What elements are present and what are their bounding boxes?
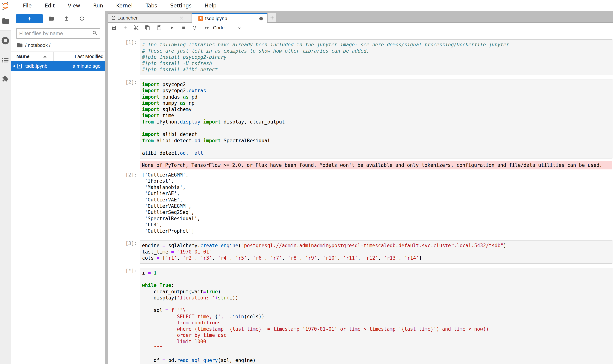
restart-kernel-button[interactable] bbox=[192, 25, 197, 30]
output-prompt: [2]: bbox=[108, 172, 140, 234]
code-line bbox=[142, 276, 610, 283]
menu-item-edit[interactable]: Edit bbox=[38, 0, 61, 11]
panel-splitter[interactable] bbox=[105, 11, 108, 364]
upload-button[interactable] bbox=[63, 15, 70, 22]
code-line: sql = f"""\ bbox=[142, 307, 610, 313]
code-line: """ bbox=[142, 345, 610, 351]
file-modified: a minute ago bbox=[73, 63, 105, 69]
sidebar-tab-area bbox=[0, 30, 11, 364]
output-text: ['OutlierAEGMM', 'IForest', 'Mahalanobis… bbox=[140, 172, 613, 234]
menu-item-help[interactable]: Help bbox=[198, 0, 223, 11]
header-name-column[interactable]: Name bbox=[11, 52, 54, 61]
code-line: SELECT time, {', '.join(cols)} bbox=[142, 313, 610, 320]
table-of-contents-icon bbox=[2, 58, 9, 63]
copy-button[interactable] bbox=[145, 25, 150, 30]
chevron-down-icon[interactable] bbox=[237, 26, 242, 30]
output-prompt-spacer bbox=[108, 161, 140, 169]
jupyter-logo-icon bbox=[0, 0, 16, 11]
code-line: import pandas as pd bbox=[142, 94, 610, 100]
cell-type-dropdown[interactable]: Code bbox=[213, 23, 224, 33]
code-line: df = pd.read_sql_query(sql, engine) bbox=[142, 357, 610, 364]
code-line: import psycopg2.extras bbox=[142, 88, 610, 94]
code-line: where (timestamp '{last_time}' = timesta… bbox=[142, 326, 610, 332]
code-line: import psycopg2 bbox=[142, 81, 610, 88]
code-line: import sqlalchemy bbox=[142, 106, 610, 113]
output-execute-result: [2]:['OutlierAEGMM', 'IForest', 'Mahalan… bbox=[108, 172, 613, 234]
code-line: #!pip install alibi-detect bbox=[142, 66, 610, 73]
close-icon[interactable] bbox=[179, 16, 184, 20]
menu-item-view[interactable]: View bbox=[61, 0, 87, 11]
sidebar-tab-toc[interactable] bbox=[2, 58, 9, 63]
code-line bbox=[142, 144, 610, 150]
new-folder-button[interactable] bbox=[48, 15, 54, 22]
code-line: # These are just left in as examples to … bbox=[142, 48, 610, 54]
running-sessions-icon bbox=[1, 37, 9, 44]
code-line: while True: bbox=[142, 282, 610, 289]
file-name: tsdb.ipynb bbox=[25, 63, 47, 69]
run-button[interactable] bbox=[169, 25, 175, 30]
add-cell-button[interactable] bbox=[122, 25, 128, 30]
cell-editor[interactable]: i = 1 while True: clear_output(wait=True… bbox=[140, 268, 613, 364]
code-line bbox=[142, 351, 610, 357]
cut-button[interactable] bbox=[133, 25, 139, 30]
cell-editor[interactable]: engine = sqlalchemy.create_engine("postg… bbox=[140, 240, 613, 264]
paste-button[interactable] bbox=[156, 25, 162, 30]
menu-item-tabs[interactable]: Tabs bbox=[139, 0, 164, 11]
code-line: order by time asc bbox=[142, 332, 610, 338]
code-line: import numpy as np bbox=[142, 100, 610, 106]
code-line: # The following libraries have already b… bbox=[142, 42, 610, 48]
file-row[interactable]: tsdb.ipynb a minute ago bbox=[11, 61, 105, 71]
fast-forward-button[interactable] bbox=[204, 25, 209, 30]
code-line: engine = sqlalchemy.create_engine("postg… bbox=[142, 243, 610, 249]
tab-notebook[interactable]: tsdb.ipynb bbox=[192, 13, 267, 23]
menu-item-kernel[interactable]: Kernel bbox=[110, 0, 139, 11]
new-launcher-button[interactable] bbox=[16, 14, 43, 23]
menu-item-settings[interactable]: Settings bbox=[164, 0, 198, 11]
launcher-icon bbox=[111, 16, 116, 20]
code-cell: [3]:engine = sqlalchemy.create_engine("p… bbox=[108, 238, 613, 266]
code-line: last_time = "1970-01-01" bbox=[142, 249, 610, 255]
code-line bbox=[142, 125, 610, 131]
stop-button[interactable] bbox=[181, 25, 186, 30]
code-cell: [2]:import psycopg2import psycopg2.extra… bbox=[108, 77, 613, 234]
dock-tab-bar: Launcher tsdb.ipynb bbox=[108, 11, 613, 23]
code-line: display('Iteration: '+str(i)) bbox=[142, 295, 610, 301]
tab-notebook-label: tsdb.ipynb bbox=[205, 16, 227, 21]
code-line: from conditions bbox=[142, 320, 610, 326]
code-line: import alibi_detect bbox=[142, 131, 610, 138]
sidebar-tab-extensions[interactable] bbox=[2, 75, 9, 82]
search-icon bbox=[92, 30, 98, 37]
refresh-button[interactable] bbox=[79, 15, 85, 22]
cell-input-prompt: [3]: bbox=[108, 240, 140, 247]
breadcrumb-path: / notebook / bbox=[25, 42, 50, 48]
save-button[interactable] bbox=[111, 25, 117, 30]
notebook-icon bbox=[198, 16, 203, 21]
code-line: #!pip install -U tsfresh bbox=[142, 60, 610, 67]
header-modified-column[interactable]: Last Modified bbox=[54, 52, 105, 61]
code-line: cols = ['r1', 'r2', 'r3', 'r4', 'r5', 'r… bbox=[142, 255, 610, 261]
menu-item-run[interactable]: Run bbox=[87, 0, 110, 11]
add-tab-button[interactable] bbox=[268, 13, 277, 22]
file-browser-panel: / notebook / Name Last Modified tsdb.ipy bbox=[11, 11, 105, 364]
folder-icon bbox=[2, 18, 9, 24]
menu-bar: FileEditViewRunKernelTabsSettingsHelp bbox=[0, 0, 613, 11]
folder-icon bbox=[17, 43, 23, 47]
cell-editor[interactable]: # The following libraries have already b… bbox=[140, 39, 613, 75]
cell-editor[interactable]: import psycopg2import psycopg2.extrasimp… bbox=[140, 79, 613, 159]
header-name-label: Name bbox=[16, 53, 30, 59]
code-line: clear_output(wait=True) bbox=[142, 289, 610, 295]
filter-files-input[interactable] bbox=[16, 30, 92, 37]
code-line: #!pip install psycopg2-binary bbox=[142, 54, 610, 60]
menu-item-file[interactable]: File bbox=[16, 0, 38, 11]
code-cell: [*]:i = 1 while True: clear_output(wait=… bbox=[108, 266, 613, 364]
sort-ascending-icon bbox=[43, 56, 47, 57]
dirty-dot-icon bbox=[259, 17, 263, 20]
sidebar-tab-files[interactable] bbox=[0, 11, 11, 30]
output-stderr: None of PyTorch, TensorFlow >= 2.0, or F… bbox=[108, 161, 613, 169]
notebook-panel[interactable]: [1]:# The following libraries have alrea… bbox=[108, 33, 613, 364]
puzzle-icon bbox=[2, 75, 9, 82]
sidebar-tab-running[interactable] bbox=[1, 37, 9, 44]
tab-launcher[interactable]: Launcher bbox=[108, 13, 192, 22]
notebook-icon bbox=[17, 64, 22, 68]
breadcrumb[interactable]: / notebook / bbox=[17, 41, 50, 49]
